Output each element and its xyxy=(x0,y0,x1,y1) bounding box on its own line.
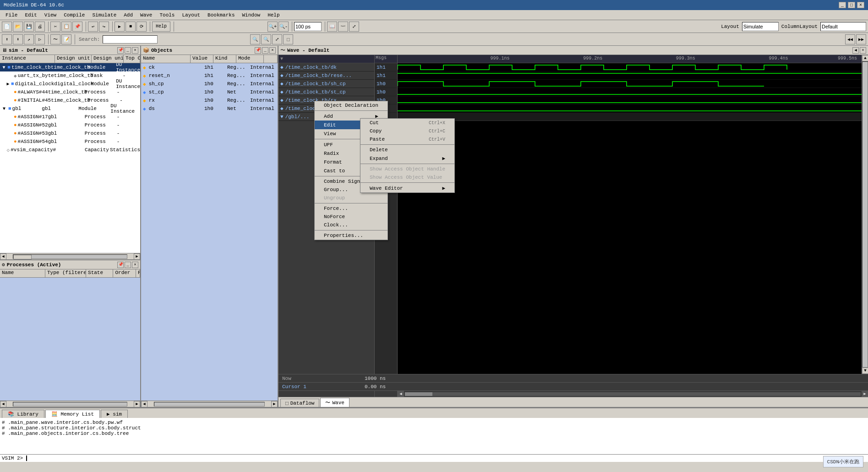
step-btn[interactable]: ⬆ xyxy=(2,34,12,44)
wave-zoom-out[interactable]: 🔍 xyxy=(261,34,271,44)
wave-vscroll-up[interactable]: ▲ xyxy=(862,55,868,61)
obj-hscroll-track[interactable] xyxy=(154,402,265,406)
menu-bookmarks[interactable]: Bookmarks xyxy=(204,11,238,19)
tree-row-assign52[interactable]: ● #ASSIGN#52 gbl Process - xyxy=(0,121,140,129)
redo-btn[interactable]: ↪ xyxy=(99,22,109,32)
obj-row-reset_n[interactable]: ◆ reset_n 1h1 Reg... Internal xyxy=(141,71,278,80)
zoom-in-btn[interactable]: 🔍+ xyxy=(267,22,278,32)
cut-btn[interactable]: ✂ xyxy=(50,22,60,32)
panel-pin-btn[interactable]: 📌 xyxy=(117,47,124,54)
tab-library[interactable]: 📚 Library xyxy=(2,410,44,418)
menu-window[interactable]: Window xyxy=(239,11,264,19)
wave-tab-wave[interactable]: 〜 Wave xyxy=(320,398,349,407)
obj-row-sh_cp[interactable]: ◆ sh_cp 1h0 Reg... Internal xyxy=(141,80,278,88)
column-combo[interactable] xyxy=(820,22,866,31)
submenu-show-handle[interactable]: Show Access Object Handle xyxy=(360,165,454,173)
obj-hscroll-right[interactable]: ▶ xyxy=(271,401,278,407)
wave-zoom-in[interactable]: 🔍 xyxy=(250,34,260,44)
undo-btn[interactable]: ↩ xyxy=(88,22,98,32)
submenu-cut[interactable]: Cut Ctrl+X xyxy=(360,119,454,127)
wave-zoom-all[interactable]: ⤢ xyxy=(272,34,282,44)
bookmark-btn[interactable]: 📖 xyxy=(327,22,337,32)
wave-vscroll-track[interactable] xyxy=(862,61,868,368)
menu-add[interactable]: Add xyxy=(120,11,136,19)
tree-row-gbl[interactable]: ▼ ■ gbl gbl Module DU Instance xyxy=(0,104,140,113)
hscroll-thumb[interactable] xyxy=(13,255,32,259)
ctx-force[interactable]: Force... xyxy=(315,204,388,213)
panel-min-btn[interactable]: _ xyxy=(125,47,131,54)
ctx-noforce[interactable]: NoForce xyxy=(315,213,388,221)
tab-sim[interactable]: ▶ sim xyxy=(101,410,128,418)
restart-btn[interactable]: ⟳ xyxy=(136,22,147,32)
tree-row-vsim-capacity[interactable]: ◇ #vsim_capacity# Capacity Statistics xyxy=(0,146,140,154)
tab-memory-list[interactable]: 🧮 Memory List xyxy=(45,410,100,418)
obj-min-btn[interactable]: _ xyxy=(262,47,268,54)
print-btn[interactable]: 🖨 xyxy=(35,22,45,32)
close-button[interactable]: × xyxy=(857,2,864,8)
submenu-expand[interactable]: Expand ▶ xyxy=(360,154,454,163)
proc-pin-btn[interactable]: 📌 xyxy=(117,262,124,268)
submenu-paste[interactable]: Paste Ctrl+V xyxy=(360,135,454,143)
menu-wave[interactable]: Wave xyxy=(136,11,156,19)
menu-file[interactable]: File xyxy=(2,11,21,19)
zoom-full-btn[interactable]: ⤢ xyxy=(349,22,359,32)
search-input[interactable] xyxy=(103,35,158,44)
submenu-delete[interactable]: Delete xyxy=(360,146,454,154)
menu-layout[interactable]: Layout xyxy=(178,11,204,19)
wave-hscroll-track[interactable] xyxy=(405,392,861,396)
maximize-button[interactable]: □ xyxy=(848,2,855,8)
submenu-show-value[interactable]: Show Access Object Value xyxy=(360,173,454,181)
menu-view[interactable]: View xyxy=(41,11,60,19)
tree-row-digital-clock[interactable]: ▶ ■ digital_clock digital_clock Module D… xyxy=(0,80,140,88)
obj-pin-btn[interactable]: 📌 xyxy=(255,47,261,54)
expand-arrow-0[interactable]: ▼ xyxy=(3,65,8,70)
submenu-copy[interactable]: Copy Ctrl+C xyxy=(360,127,454,135)
wave-btn[interactable]: 〜 xyxy=(50,34,60,44)
wave-zoom-sel[interactable]: ⬚ xyxy=(283,34,293,44)
panel-close-btn[interactable]: × xyxy=(132,47,138,54)
proc-hscroll-right[interactable]: ▶ xyxy=(134,401,140,407)
layout-combo[interactable] xyxy=(742,22,779,31)
hscroll-right[interactable]: ▶ xyxy=(134,253,140,260)
hscroll-track[interactable] xyxy=(13,254,127,259)
wave-name-0[interactable]: ◆ /time_clock_tb/dk xyxy=(278,63,374,71)
ctx-clock[interactable]: Clock... xyxy=(315,221,388,229)
wave-name-3[interactable]: ◆ /time_clock_tb/st_cp xyxy=(278,88,374,96)
wave-name-1[interactable]: ◆ /time_clock_tb/rese... xyxy=(278,71,374,80)
proc-min-btn[interactable]: _ xyxy=(125,262,131,268)
wave-pin-btn[interactable]: ◀ xyxy=(852,47,859,54)
step-over-btn[interactable]: ⬇ xyxy=(13,34,23,44)
expand-arrow-2[interactable]: ▶ xyxy=(7,81,11,87)
run-btn[interactable]: ▶ xyxy=(115,22,125,32)
signal-btn[interactable]: 〰 xyxy=(338,22,348,32)
tree-row-assign54[interactable]: ● #ASSIGN#54 gbl Process - xyxy=(0,137,140,146)
obj-row-st_cp[interactable]: ◆ st_cp 1h0 Net Internal xyxy=(141,88,278,96)
wave-vscroll-down[interactable]: ▼ xyxy=(862,368,868,374)
stop-btn[interactable]: ■ xyxy=(126,22,136,32)
proc-hscroll-left[interactable]: ◀ xyxy=(0,401,6,407)
wave-name-2[interactable]: ◆ /time_clock_tb/sh_cp xyxy=(278,80,374,88)
hscroll-left[interactable]: ◀ xyxy=(0,253,6,260)
menu-tools[interactable]: Tools xyxy=(156,11,178,19)
menu-simulate[interactable]: Simulate xyxy=(88,11,120,19)
zoom-out-btn[interactable]: 🔍- xyxy=(278,22,289,32)
log-btn[interactable]: 📝 xyxy=(61,34,71,44)
tree-row-assign17[interactable]: ● #ASSIGN#17 gbl Process - xyxy=(0,113,140,121)
menu-edit[interactable]: Edit xyxy=(21,11,40,19)
wave-prev[interactable]: ◀◀ xyxy=(845,34,855,44)
ctx-object-declaration[interactable]: Object Declaration xyxy=(315,101,388,110)
submenu-wave-editor[interactable]: Wave Editor ▶ xyxy=(360,184,454,192)
wave-hscroll-left[interactable]: ◀ xyxy=(398,391,404,397)
copy-btn[interactable]: 📋 xyxy=(61,22,71,32)
minimize-button[interactable]: _ xyxy=(839,2,846,8)
wave-hscroll-thumb[interactable] xyxy=(405,392,432,396)
obj-close-btn[interactable]: × xyxy=(269,47,276,54)
tree-row-always44[interactable]: ● #ALWAYS#44 time_clock_tb Process - xyxy=(0,88,140,96)
wave-tab-dataflow[interactable]: ⬚ Dataflow xyxy=(280,399,319,407)
help-btn[interactable]: Help xyxy=(152,22,170,32)
obj-row-ck[interactable]: ◆ ck 1h1 Reg... Internal xyxy=(141,63,278,71)
obj-hscroll-left[interactable]: ◀ xyxy=(141,401,147,407)
menu-help[interactable]: Help xyxy=(264,11,283,19)
wave-next[interactable]: ▶▶ xyxy=(856,34,866,44)
continue-btn[interactable]: ▷ xyxy=(35,34,45,44)
